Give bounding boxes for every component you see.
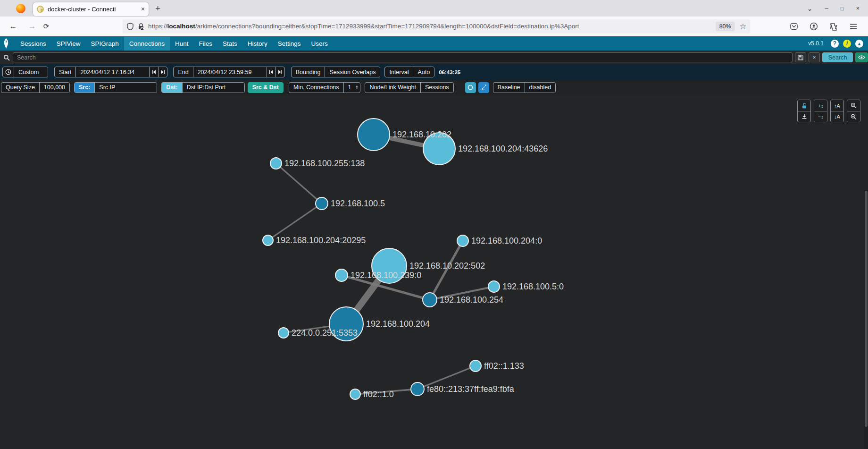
graph-node[interactable]	[457, 235, 468, 246]
link-button[interactable]	[478, 82, 489, 93]
graph-node[interactable]	[423, 293, 437, 307]
graph-node[interactable]	[488, 281, 500, 292]
download-button[interactable]	[798, 111, 810, 122]
end-skip-back-button[interactable]	[267, 67, 275, 77]
new-tab-button[interactable]: +	[155, 3, 160, 14]
end-time-input[interactable]: 2024/04/12 23:59:59	[193, 67, 267, 77]
nav-item-stats[interactable]: Stats	[217, 37, 242, 51]
firefox-icon[interactable]	[16, 4, 25, 13]
nav-item-connections[interactable]: Connections	[124, 37, 170, 51]
nav-item-history[interactable]: History	[242, 37, 273, 51]
forward-button: →	[26, 22, 38, 31]
start-time-input[interactable]: 2024/04/12 17:16:34	[75, 67, 149, 77]
graph-node[interactable]	[335, 269, 348, 281]
collapse-chevron-icon[interactable]: ▲	[855, 40, 863, 48]
nav-item-users[interactable]: Users	[306, 37, 333, 51]
window-close-button[interactable]: ×	[856, 5, 860, 12]
graph-node[interactable]	[270, 158, 282, 169]
spinner-arrows-icon[interactable]: ▲▼	[355, 83, 360, 93]
views-eye-button[interactable]	[855, 52, 868, 62]
graph-node[interactable]	[278, 328, 289, 338]
graph-node[interactable]	[263, 235, 273, 246]
circle-icon	[467, 85, 473, 90]
dst-field-select[interactable]: Dst IP:Dst Port	[182, 83, 244, 93]
save-search-button[interactable]	[795, 52, 806, 62]
start-skip-forward-button[interactable]	[158, 67, 167, 77]
nav-item-sessions[interactable]: Sessions	[15, 37, 51, 51]
url-field[interactable]: https://localhost/arkime/connections?bou…	[123, 19, 750, 34]
url-text[interactable]: https://localhost/arkime/connections?bou…	[148, 23, 711, 30]
graph-node[interactable]	[470, 360, 481, 372]
graph-node-label: 192.168.100.254	[440, 295, 503, 305]
graph-link[interactable]	[276, 163, 322, 203]
graph-node-label: 192.168.100.5	[331, 199, 385, 208]
tracking-shield-icon[interactable]	[126, 23, 134, 30]
network-graph-canvas[interactable]: 192.168.10.202192.168.100.204:43626192.1…	[0, 95, 868, 449]
graph-node-label: 192.168.100.239:0	[351, 271, 421, 280]
window-maximize-button[interactable]: □	[841, 6, 844, 11]
recenter-button[interactable]	[465, 82, 476, 93]
nav-item-settings[interactable]: Settings	[273, 37, 306, 51]
interval-group: Interval Auto	[384, 67, 434, 77]
graph-node-label: 192.168.100.204:0	[471, 236, 542, 246]
increase-node-distance-button[interactable]: +↕	[814, 100, 827, 111]
info-icon[interactable]: i	[843, 40, 851, 48]
graph-node-label: 192.168.100.204:43626	[458, 144, 548, 153]
baseline-select[interactable]: disabled	[525, 83, 556, 93]
unlock-button[interactable]	[798, 100, 810, 111]
graph-node[interactable]	[350, 389, 360, 399]
account-icon[interactable]	[810, 22, 818, 31]
download-icon	[801, 114, 807, 119]
end-skip-forward-button[interactable]	[275, 67, 284, 77]
end-label: End	[174, 67, 192, 77]
zoom-out-icon	[851, 114, 857, 120]
nav-item-hunt[interactable]: Hunt	[170, 37, 194, 51]
graph-link[interactable]	[268, 203, 322, 240]
lock-warning-icon[interactable]	[137, 23, 145, 30]
src-dst-toggle-button[interactable]: Src & Dst	[248, 82, 284, 93]
start-skip-back-button[interactable]	[149, 67, 158, 77]
time-range-select[interactable]: Custom	[14, 67, 48, 77]
query-size-select[interactable]: 100,000	[39, 83, 69, 93]
search-button[interactable]: Search	[822, 52, 853, 62]
reload-button[interactable]: ⟳	[41, 22, 52, 31]
window-minimize-button[interactable]: –	[825, 5, 828, 12]
decrease-font-button[interactable]: ↓A	[831, 111, 843, 122]
arkime-navbar: SessionsSPIViewSPIGraphConnectionsHuntFi…	[0, 36, 868, 51]
graph-node[interactable]	[358, 119, 390, 151]
tab-close-icon[interactable]: ×	[141, 5, 145, 13]
start-time-group: Start 2024/04/12 17:16:34	[54, 67, 167, 77]
nav-item-spigraph[interactable]: SPIGraph	[86, 37, 124, 51]
extensions-puzzle-icon[interactable]	[829, 22, 838, 31]
graph-node[interactable]	[316, 197, 328, 210]
help-icon[interactable]: ?	[831, 40, 839, 48]
src-field-select[interactable]: Src IP	[94, 83, 157, 93]
nav-item-files[interactable]: Files	[193, 37, 217, 51]
bounding-select[interactable]: Session Overlaps	[325, 67, 380, 77]
graph-node-label: 192.168.10.202	[392, 130, 451, 139]
graph-node-label: 192.168.100.204:20295	[276, 236, 366, 245]
arkime-logo-icon	[2, 38, 10, 49]
graph-node[interactable]	[411, 382, 424, 396]
back-button[interactable]: ←	[8, 22, 19, 31]
pocket-icon[interactable]	[790, 22, 798, 31]
min-connections-input[interactable]: 1	[343, 83, 356, 93]
page-zoom-badge[interactable]: 80%	[716, 22, 735, 31]
connections-graph[interactable]: 192.168.10.202192.168.100.204:43626192.1…	[0, 95, 868, 449]
browser-tab[interactable]: docker-cluster - Connecti ×	[33, 2, 149, 16]
clear-search-button[interactable]: ×	[809, 52, 820, 62]
search-bar: × Search	[0, 51, 868, 64]
scrollbar-thumb[interactable]	[865, 191, 868, 427]
increase-font-button[interactable]: ↑A	[831, 100, 843, 111]
weight-select[interactable]: Sessions	[420, 83, 453, 93]
search-input[interactable]	[13, 52, 793, 62]
bookmark-star-icon[interactable]: ☆	[740, 22, 746, 31]
interval-select[interactable]: Auto	[413, 67, 434, 77]
zoom-in-button[interactable]	[847, 100, 860, 111]
page-scrollbar[interactable]	[864, 190, 868, 449]
tab-list-chevron-icon[interactable]: ⌄	[807, 5, 813, 12]
decrease-node-distance-button[interactable]: −↕	[814, 111, 827, 122]
nav-item-spiview[interactable]: SPIView	[51, 37, 86, 51]
menu-hamburger-icon[interactable]	[849, 22, 858, 31]
zoom-out-button[interactable]	[847, 111, 860, 122]
